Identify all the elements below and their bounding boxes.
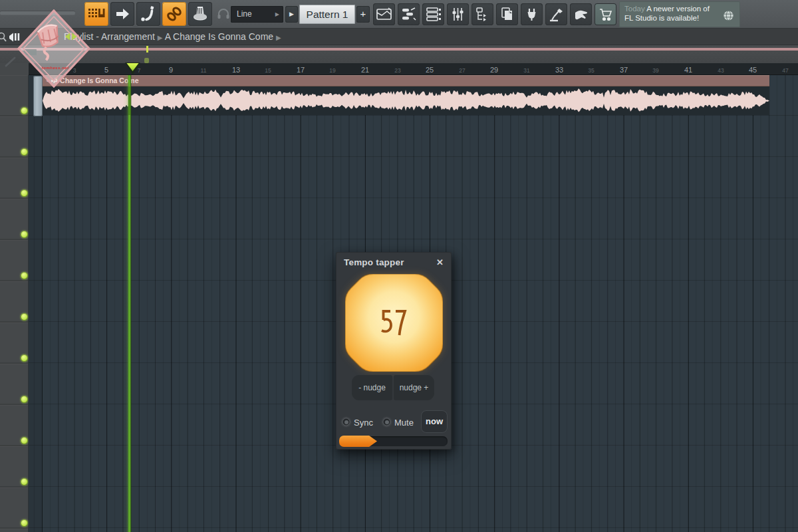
svg-text:tomhess.net: tomhess.net (42, 65, 69, 70)
